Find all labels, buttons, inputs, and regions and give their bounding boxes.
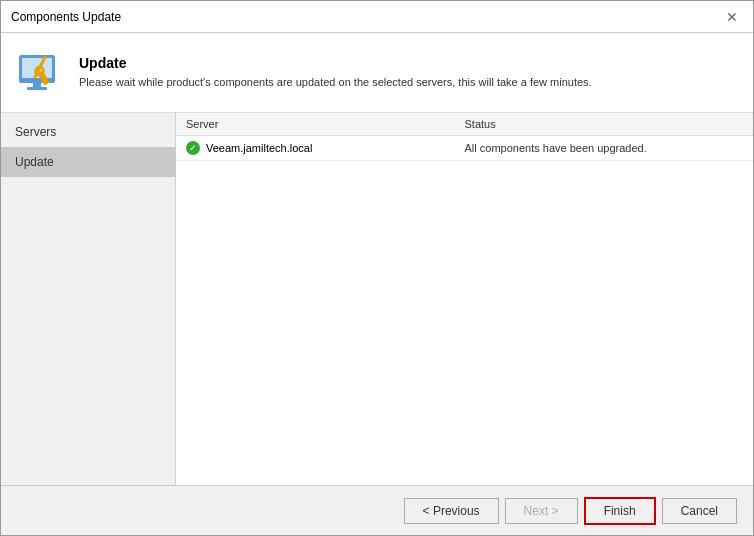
- server-cell: ✓ Veeam.jamiltech.local: [186, 141, 465, 155]
- content-area: Servers Update Server Status ✓ Veeam.jam…: [1, 113, 753, 485]
- column-server: Server: [186, 118, 465, 130]
- header-text-block: Update Please wait while product's compo…: [79, 55, 592, 90]
- close-button[interactable]: ✕: [721, 6, 743, 28]
- svg-rect-6: [27, 87, 47, 90]
- title-bar-left: Components Update: [11, 10, 121, 24]
- header-title: Update: [79, 55, 592, 71]
- server-name: Veeam.jamiltech.local: [206, 142, 312, 154]
- previous-button[interactable]: < Previous: [404, 498, 499, 524]
- status-cell: All components have been upgraded.: [465, 142, 744, 154]
- tools-icon: [17, 49, 65, 97]
- success-icon: ✓: [186, 141, 200, 155]
- header-description: Please wait while product's components a…: [79, 75, 592, 90]
- title-bar: Components Update ✕: [1, 1, 753, 33]
- cancel-button[interactable]: Cancel: [662, 498, 737, 524]
- main-content: Server Status ✓ Veeam.jamiltech.local Al…: [176, 113, 753, 485]
- table-body: ✓ Veeam.jamiltech.local All components h…: [176, 136, 753, 485]
- sidebar-item-servers[interactable]: Servers: [1, 117, 175, 147]
- sidebar: Servers Update: [1, 113, 176, 485]
- window-title: Components Update: [11, 10, 121, 24]
- footer: < Previous Next > Finish Cancel: [1, 485, 753, 535]
- table-header: Server Status: [176, 113, 753, 136]
- column-status: Status: [465, 118, 744, 130]
- next-button[interactable]: Next >: [505, 498, 578, 524]
- finish-button[interactable]: Finish: [584, 497, 656, 525]
- table-row: ✓ Veeam.jamiltech.local All components h…: [176, 136, 753, 161]
- sidebar-item-update[interactable]: Update: [1, 147, 175, 177]
- header-section: Update Please wait while product's compo…: [1, 33, 753, 113]
- window: Components Update ✕: [0, 0, 754, 536]
